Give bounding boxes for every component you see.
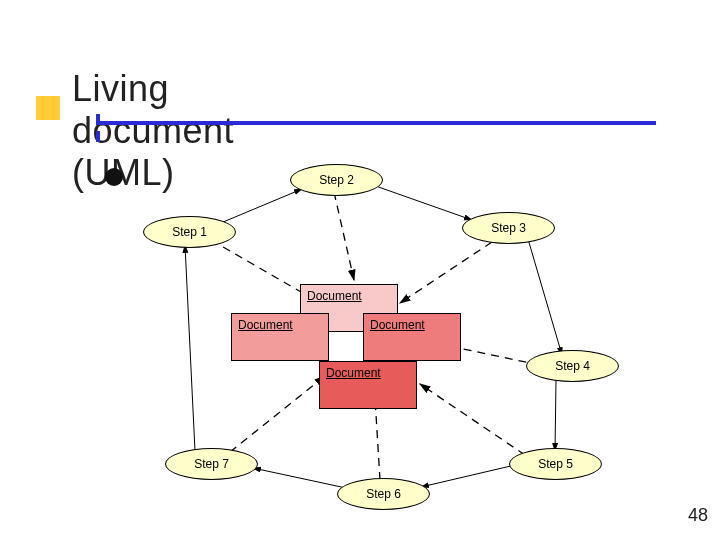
step-1-node: Step 1 bbox=[143, 216, 236, 248]
document-box: Document bbox=[363, 313, 461, 361]
svg-line-11 bbox=[420, 384, 525, 455]
step-3-label: Step 3 bbox=[491, 221, 526, 235]
document-label: Document bbox=[307, 289, 362, 303]
document-label: Document bbox=[370, 318, 425, 332]
document-box: Document bbox=[319, 361, 417, 409]
svg-line-3 bbox=[555, 380, 556, 451]
document-label: Document bbox=[326, 366, 381, 380]
svg-line-13 bbox=[230, 376, 325, 452]
svg-line-1 bbox=[370, 184, 472, 220]
step-7-node: Step 7 bbox=[165, 448, 258, 480]
step-3-node: Step 3 bbox=[462, 212, 555, 244]
svg-line-8 bbox=[334, 192, 354, 280]
diagram-arrows bbox=[0, 0, 720, 540]
svg-line-0 bbox=[216, 189, 302, 225]
step-2-label: Step 2 bbox=[319, 173, 354, 187]
svg-line-12 bbox=[375, 398, 380, 480]
svg-line-6 bbox=[185, 245, 195, 451]
step-5-label: Step 5 bbox=[538, 457, 573, 471]
step-6-label: Step 6 bbox=[366, 487, 401, 501]
step-2-node: Step 2 bbox=[290, 164, 383, 196]
svg-line-4 bbox=[421, 465, 515, 487]
step-7-label: Step 7 bbox=[194, 457, 229, 471]
step-6-node: Step 6 bbox=[337, 478, 430, 510]
step-4-node: Step 4 bbox=[526, 350, 619, 382]
svg-line-5 bbox=[253, 468, 346, 488]
svg-line-9 bbox=[400, 242, 492, 303]
step-1-label: Step 1 bbox=[172, 225, 207, 239]
page-number: 48 bbox=[688, 505, 708, 526]
step-4-label: Step 4 bbox=[555, 359, 590, 373]
document-box: Document bbox=[231, 313, 329, 361]
slide: Living document (UML) Ste bbox=[0, 0, 720, 540]
document-label: Document bbox=[238, 318, 293, 332]
step-5-node: Step 5 bbox=[509, 448, 602, 480]
svg-line-2 bbox=[528, 239, 562, 355]
